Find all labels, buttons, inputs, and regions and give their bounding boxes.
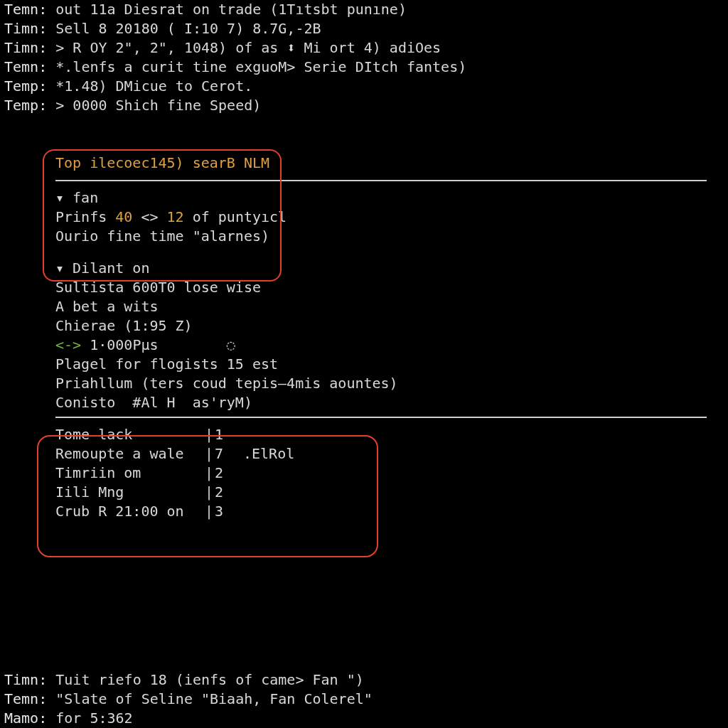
col-sep: | [205,444,215,464]
table-row: Timriin om|2 [55,464,707,483]
col-sep: | [205,425,215,444]
section-header-dilant[interactable]: ▾ Dilant on [55,259,707,278]
section-header-fan[interactable]: ▾ fan [55,188,707,208]
log-label: Timn: [4,39,47,56]
detail-line: A bet a wits [55,297,707,316]
cell: Iili Mng [55,483,205,502]
log-line: Timn: Sell 8 20180 ( I:10 7) 8.7G,-2B [4,19,724,38]
log-label: Timn: [4,671,47,688]
panel-title: Top ilecoec145) searB NLM [55,154,707,176]
cell: .ElRol [243,444,707,464]
value: 12 [167,208,184,225]
col-sep: | [205,483,215,502]
log-label: Timn: [4,20,47,37]
table-row: Remoupte a wale|7.ElRol [55,444,707,464]
log-text: *.lenfs a curit tine exguoM> Serie DItch… [55,58,466,75]
table-row: Tome lack|1 [55,425,707,444]
terminal-screen: Temn: out 11a Diesrat on trade (1Tıtsbt … [0,0,728,728]
log-text: > R OY 2", 2", 1048) of as ⬍ Mi ort 4) a… [55,39,441,56]
log-line: Temn: "Slate of Seline "Biaah, Fan Coler… [4,690,724,709]
cell: Tome lack [55,425,205,444]
col-sep: | [205,464,215,483]
cell: Crub R 21:00 on [55,502,205,521]
divider [55,417,707,418]
spinner-icon: ◌ [227,336,235,353]
fan-stats: Prinfs 40 <> 12 of puntyıcl [55,208,707,227]
log-line: Timn: > R OY 2", 2", 1048) of as ⬍ Mi or… [4,38,724,58]
detail-line: Priahllum (ters coud tepis—4mis aountes) [55,374,707,393]
log-label: Temn: [4,58,47,75]
log-line: Timn: Tuit riefo 18 (ienfs of came> Fan … [4,670,724,690]
log-line: Mamo: for 5:362 [4,709,724,728]
log-text: *1.48) DMicue to Cerot. [55,77,252,95]
detail-line: <-> 1·000Pµs ◌ [55,336,707,355]
cell: 1 [215,425,243,444]
log-line: Temn: out 11a Diesrat on trade (1Tıtsbt … [4,0,724,19]
cell [243,502,707,521]
info-panel: Top ilecoec145) searB NLM ▾ fan Prinfs 4… [55,154,707,521]
log-bottom: Timn: Tuit riefo 18 (ienfs of came> Fan … [4,670,724,728]
cell [243,464,707,483]
log-line: Temp: > 0000 Shich fine Speed) [4,96,724,115]
table-row: Crub R 21:00 on|3 [55,502,707,521]
col-sep: | [205,502,215,521]
log-label: Temp: [4,97,47,114]
cell: 3 [215,502,243,521]
log-label: Temn: [4,690,47,707]
value: 40 [115,208,132,225]
log-top: Temn: out 11a Diesrat on trade (1Tıtsbt … [4,0,724,115]
cell [243,483,707,502]
log-text: out 11a Diesrat on trade (1Tıtsbt punıne… [55,1,407,18]
detail-line: Plagel for flogists 15 est [55,355,707,374]
log-text: > 0000 Shich fine Speed) [55,97,261,114]
cell: Remoupte a wale [55,444,205,464]
divider [55,180,707,181]
log-label: Temp: [4,77,47,95]
cell: Timriin om [55,464,205,483]
detail-line: Conisto #Al H as'ryM) [55,393,707,412]
spacer [55,246,707,259]
log-text: for 5:362 [55,710,132,727]
detail-line: Chierae (1:95 Z) [55,316,707,336]
arrow-icon: <-> [55,336,90,353]
log-label: Mamo: [4,710,47,727]
cell: 7 [215,444,243,464]
cell [243,425,707,444]
log-line: Temn: *.lenfs a curit tine exguoM> Serie… [4,58,724,77]
log-line: Temp: *1.48) DMicue to Cerot. [4,77,724,96]
cell: 2 [215,483,243,502]
table-row: Iili Mng|2 [55,483,707,502]
summary-table: Tome lack|1 Remoupte a wale|7.ElRol Timr… [55,425,707,521]
detail-line: Sultista 600T0 lose wise [55,278,707,297]
log-text: Sell 8 20180 ( I:10 7) 8.7G,-2B [55,20,321,37]
cell: 2 [215,464,243,483]
log-label: Temn: [4,1,47,18]
fan-note: Ourio fine time "alarnes) [55,227,707,246]
log-text: Tuit riefo 18 (ienfs of came> Fan ") [55,671,363,688]
log-text: "Slate of Seline "Biaah, Fan Colerel" [55,690,373,707]
